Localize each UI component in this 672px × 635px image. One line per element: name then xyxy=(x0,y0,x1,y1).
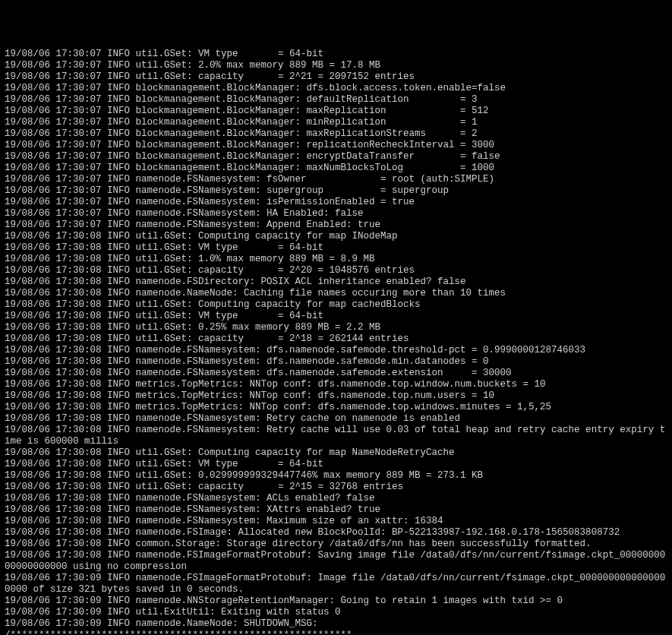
log-line: 19/08/06 17:30:08 INFO util.GSet: VM typ… xyxy=(5,311,667,322)
log-line: 19/08/06 17:30:07 INFO blockmanagement.B… xyxy=(5,163,667,174)
log-line: 19/08/06 17:30:07 INFO namenode.FSNamesy… xyxy=(5,174,667,185)
log-line: 19/08/06 17:30:07 INFO blockmanagement.B… xyxy=(5,94,667,106)
log-line: 19/08/06 17:30:07 INFO blockmanagement.B… xyxy=(5,140,667,151)
log-line: 19/08/06 17:30:08 INFO namenode.FSNamesy… xyxy=(5,356,667,368)
log-line: 19/08/06 17:30:08 INFO common.Storage: S… xyxy=(5,539,667,550)
log-line: 19/08/06 17:30:09 INFO namenode.NNStorag… xyxy=(5,596,667,607)
log-line: 19/08/06 17:30:08 INFO metrics.TopMetric… xyxy=(5,379,667,390)
log-line: 19/08/06 17:30:07 INFO blockmanagement.B… xyxy=(5,151,667,163)
log-line: 19/08/06 17:30:07 INFO blockmanagement.B… xyxy=(5,106,667,117)
log-line: 19/08/06 17:30:08 INFO namenode.FSNamesy… xyxy=(5,368,667,379)
log-line: 19/08/06 17:30:08 INFO util.GSet: VM typ… xyxy=(5,459,667,470)
log-line: 19/08/06 17:30:08 INFO namenode.FSImage:… xyxy=(5,527,667,539)
log-line: 19/08/06 17:30:08 INFO namenode.FSDirect… xyxy=(5,276,667,288)
log-line: 19/08/06 17:30:07 INFO namenode.FSNamesy… xyxy=(5,197,667,208)
log-line: 19/08/06 17:30:09 INFO util.ExitUtil: Ex… xyxy=(5,607,667,618)
log-line: 19/08/06 17:30:07 INFO blockmanagement.B… xyxy=(5,83,667,94)
log-line: 19/08/06 17:30:08 INFO namenode.FSImageF… xyxy=(5,550,667,573)
log-line: 19/08/06 17:30:07 INFO blockmanagement.B… xyxy=(5,128,667,140)
log-line: 19/08/06 17:30:08 INFO util.GSet: capaci… xyxy=(5,333,667,345)
log-line: 19/08/06 17:30:08 INFO namenode.NameNode… xyxy=(5,288,667,299)
log-line: 19/08/06 17:30:08 INFO metrics.TopMetric… xyxy=(5,402,667,413)
terminal-output[interactable]: 19/08/06 17:30:07 INFO util.GSet: VM typ… xyxy=(5,49,667,635)
log-line: 19/08/06 17:30:07 INFO blockmanagement.B… xyxy=(5,117,667,128)
log-line: 19/08/06 17:30:09 INFO namenode.FSImageF… xyxy=(5,573,667,596)
log-line: 19/08/06 17:30:08 INFO namenode.FSNamesy… xyxy=(5,493,667,504)
log-line: 19/08/06 17:30:08 INFO namenode.FSNamesy… xyxy=(5,516,667,527)
log-line: 19/08/06 17:30:08 INFO util.GSet: Comput… xyxy=(5,231,667,242)
log-line: 19/08/06 17:30:07 INFO util.GSet: 2.0% m… xyxy=(5,60,667,71)
log-line: 19/08/06 17:30:08 INFO namenode.FSNamesy… xyxy=(5,504,667,516)
log-line: 19/08/06 17:30:08 INFO util.GSet: 0.25% … xyxy=(5,322,667,333)
log-line: 19/08/06 17:30:07 INFO namenode.FSNamesy… xyxy=(5,185,667,197)
log-line: 19/08/06 17:30:07 INFO namenode.FSNamesy… xyxy=(5,220,667,231)
log-line: 19/08/06 17:30:08 INFO namenode.FSNamesy… xyxy=(5,413,667,425)
log-line: 19/08/06 17:30:08 INFO util.GSet: capaci… xyxy=(5,482,667,493)
log-line: 19/08/06 17:30:08 INFO util.GSet: Comput… xyxy=(5,447,667,459)
log-line: /***************************************… xyxy=(5,630,667,635)
log-line: 19/08/06 17:30:08 INFO namenode.FSNamesy… xyxy=(5,425,667,447)
log-line: 19/08/06 17:30:07 INFO util.GSet: capaci… xyxy=(5,71,667,83)
log-line: 19/08/06 17:30:08 INFO metrics.TopMetric… xyxy=(5,390,667,402)
log-line: 19/08/06 17:30:08 INFO util.GSet: 1.0% m… xyxy=(5,254,667,265)
log-line: 19/08/06 17:30:08 INFO util.GSet: Comput… xyxy=(5,299,667,311)
log-line: 19/08/06 17:30:07 INFO namenode.FSNamesy… xyxy=(5,208,667,220)
log-line: 19/08/06 17:30:09 INFO namenode.NameNode… xyxy=(5,618,667,630)
log-line: 19/08/06 17:30:08 INFO namenode.FSNamesy… xyxy=(5,345,667,356)
log-line: 19/08/06 17:30:07 INFO util.GSet: VM typ… xyxy=(5,49,667,60)
log-line: 19/08/06 17:30:08 INFO util.GSet: VM typ… xyxy=(5,242,667,254)
log-line: 19/08/06 17:30:08 INFO util.GSet: capaci… xyxy=(5,265,667,276)
log-line: 19/08/06 17:30:08 INFO util.GSet: 0.0299… xyxy=(5,470,667,482)
